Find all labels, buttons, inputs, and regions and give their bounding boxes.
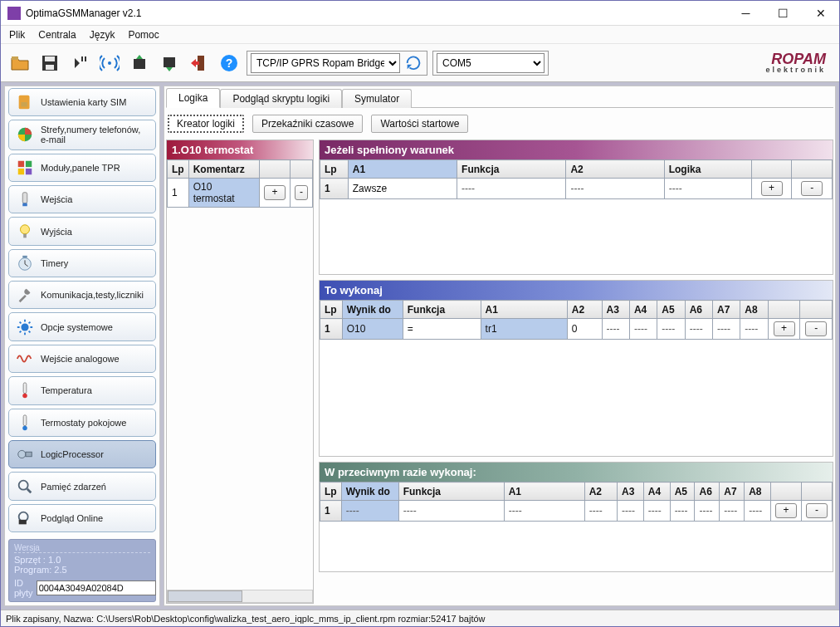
menu-centrala[interactable]: Centrala — [33, 29, 84, 41]
svg-rect-14 — [26, 161, 32, 167]
sidebar-item-events[interactable]: Pamięć zdarzeń — [8, 472, 156, 500]
cell[interactable]: ---- — [602, 319, 629, 340]
cond-add-button[interactable]: + — [761, 181, 783, 196]
cell[interactable]: ---- — [584, 501, 617, 522]
sidebar-item-thermostats[interactable]: Termostaty pokojowe — [8, 409, 156, 437]
menu-plik[interactable]: Plik — [4, 29, 33, 41]
col-btn1 — [260, 160, 291, 179]
tab-logika[interactable]: Logika — [166, 88, 220, 108]
then-panel: To wykonaj Lp Wynik do Funkcja A1 A2 A3 … — [319, 280, 833, 457]
cell[interactable]: ---- — [643, 501, 670, 522]
col-comment: Komentarz — [188, 160, 259, 179]
svg-rect-6 — [164, 57, 175, 67]
cell[interactable]: ---- — [664, 179, 751, 199]
sidebar-item-label: Wejścia — [41, 194, 72, 204]
sidebar-item-timers[interactable]: Timery — [8, 249, 156, 277]
cell[interactable]: ---- — [685, 319, 712, 340]
connection-select[interactable]: TCP/IP GPRS Ropam Bridge — [251, 53, 400, 73]
cond-del-button[interactable]: - — [801, 181, 823, 196]
subtab-wartosci[interactable]: Wartości startowe — [371, 115, 468, 133]
window-minimize-button[interactable]: ─ — [727, 1, 764, 26]
antenna-icon[interactable] — [97, 51, 122, 76]
sidebar-item-online[interactable]: Podgląd Online — [8, 504, 156, 532]
sidebar-item-logic[interactable]: LogicProcessor — [8, 440, 156, 468]
sidebar-item-comm[interactable]: Komunikacja,testy,liczniki — [8, 281, 156, 309]
svg-rect-2 — [45, 56, 55, 61]
menu-pomoc[interactable]: Pomoc — [123, 29, 167, 41]
save-icon[interactable] — [37, 51, 62, 76]
piechart-icon — [16, 125, 34, 144]
sidebar-item-inputs[interactable]: Wejścia — [8, 185, 156, 213]
sidebar-item-label: Termostaty pokojowe — [41, 418, 126, 428]
row-remove-button[interactable]: - — [295, 185, 308, 200]
cell-comment[interactable]: O10 termostat — [188, 179, 259, 208]
rules-list-scroll[interactable] — [167, 590, 313, 603]
then-del-button[interactable]: - — [805, 321, 827, 336]
exit-door-icon[interactable] — [187, 51, 212, 76]
cell[interactable]: ---- — [504, 501, 584, 522]
cell[interactable]: ---- — [720, 501, 745, 522]
tab-symulator[interactable]: Symulator — [342, 89, 412, 108]
table-row[interactable]: 1 ---- ---- ---- ---- ---- ---- ---- ---… — [320, 501, 833, 522]
cell[interactable]: = — [403, 319, 481, 340]
cell[interactable]: ---- — [740, 319, 768, 340]
svg-rect-16 — [26, 169, 32, 174]
else-add-button[interactable]: + — [775, 503, 797, 518]
subtab-przekazn[interactable]: Przekaźniki czasowe — [252, 115, 363, 133]
svg-rect-18 — [22, 203, 27, 207]
bulb-icon — [16, 223, 34, 241]
window-close-button[interactable]: ✕ — [802, 1, 839, 26]
chip-down-icon[interactable] — [157, 51, 182, 76]
table-row[interactable]: 1 O10 = tr1 0 ---- ---- ---- ---- ---- -… — [320, 319, 833, 340]
subtab-kreator[interactable]: Kreator logiki — [168, 115, 244, 133]
sidebar-item-temp[interactable]: Temperatura — [8, 376, 156, 404]
sidebar-item-sim[interactable]: Ustawienia karty SIM — [8, 88, 156, 116]
plug-icon[interactable] — [67, 51, 92, 76]
cell[interactable]: tr1 — [481, 319, 567, 340]
else-del-button[interactable]: - — [806, 503, 828, 518]
else-panel: W przeciwnym razie wykonaj: Lp Wynik do … — [319, 462, 833, 572]
cell[interactable]: ---- — [457, 179, 566, 199]
open-file-icon[interactable] — [7, 51, 32, 76]
thermometer2-icon — [16, 414, 34, 432]
cell[interactable]: ---- — [657, 319, 685, 340]
sidebar-item-zones[interactable]: Strefy,numery telefonów, e-mail — [8, 120, 156, 149]
sidebar-item-sysopts[interactable]: Opcje systemowe — [8, 312, 156, 340]
comport-select[interactable]: COM5 — [437, 53, 545, 73]
tab-podglad[interactable]: Podgląd skryptu logiki — [220, 89, 342, 108]
workarea: Ustawienia karty SIM Strefy,numery telef… — [1, 82, 839, 610]
window-maximize-button[interactable]: ☐ — [764, 1, 802, 26]
menu-jezyk[interactable]: Język — [85, 29, 124, 41]
cell[interactable]: ---- — [618, 501, 644, 522]
help-icon[interactable]: ? — [217, 51, 242, 76]
table-row[interactable]: 1 Zawsze ---- ---- ---- + - — [320, 179, 833, 199]
table-row[interactable]: 1 O10 termostat + - — [168, 179, 313, 208]
cell[interactable]: ---- — [629, 319, 657, 340]
svg-point-28 — [18, 451, 26, 458]
cell[interactable]: 0 — [567, 319, 602, 340]
cell[interactable]: ---- — [713, 319, 740, 340]
row-add-button[interactable]: + — [264, 185, 286, 200]
cell[interactable]: ---- — [695, 501, 720, 522]
cell[interactable]: ---- — [566, 179, 664, 199]
then-col-a4: A4 — [629, 301, 657, 319]
refresh-icon[interactable] — [403, 53, 423, 73]
sidebar-item-outputs[interactable]: Wyjścia — [8, 217, 156, 245]
cell[interactable]: O10 — [342, 319, 403, 340]
magnifier-icon — [16, 478, 34, 496]
cell[interactable]: ---- — [398, 501, 504, 522]
cell[interactable]: ---- — [670, 501, 695, 522]
sidebar-item-modules[interactable]: Moduły,panele TPR — [8, 154, 156, 182]
cell-lp: 1 — [168, 179, 189, 208]
then-add-button[interactable]: + — [774, 321, 795, 336]
svg-text:?: ? — [226, 56, 233, 70]
svg-point-19 — [21, 224, 30, 233]
cell[interactable]: ---- — [745, 501, 771, 522]
else-col-del — [801, 482, 832, 501]
cell[interactable]: ---- — [341, 501, 398, 522]
board-id-field[interactable] — [37, 580, 156, 595]
chip-up-icon[interactable] — [127, 51, 152, 76]
cell[interactable]: Zawsze — [348, 179, 457, 199]
sidebar-item-analog[interactable]: Wejście analogowe — [8, 345, 156, 373]
then-col-a3: A3 — [602, 301, 629, 319]
